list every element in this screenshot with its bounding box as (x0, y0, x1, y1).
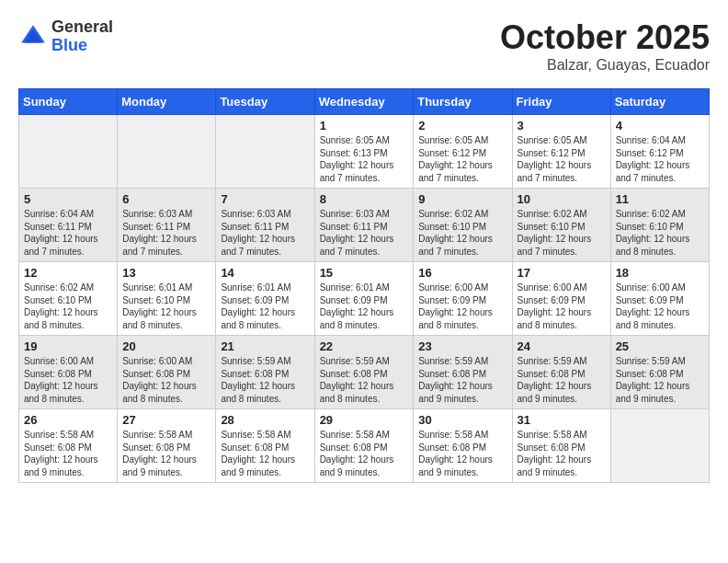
day-number: 22 (320, 339, 409, 353)
calendar-cell: 3Sunrise: 6:05 AM Sunset: 6:12 PM Daylig… (512, 115, 610, 189)
day-number: 15 (320, 266, 409, 280)
calendar-cell: 21Sunrise: 5:59 AM Sunset: 6:08 PM Dayli… (216, 336, 314, 409)
col-header-thursday: Thursday (414, 89, 512, 115)
day-info: Sunrise: 6:00 AM Sunset: 6:09 PM Dayligh… (518, 282, 606, 331)
day-number: 28 (221, 413, 309, 427)
day-number: 26 (24, 413, 112, 427)
calendar-cell (610, 409, 709, 483)
day-number: 29 (320, 413, 409, 427)
day-info: Sunrise: 6:01 AM Sunset: 6:09 PM Dayligh… (320, 282, 409, 331)
day-number: 13 (122, 266, 210, 280)
calendar-cell: 8Sunrise: 6:03 AM Sunset: 6:11 PM Daylig… (314, 189, 414, 262)
day-number: 23 (418, 339, 506, 353)
calendar-header-row: SundayMondayTuesdayWednesdayThursdayFrid… (19, 89, 710, 115)
calendar-cell: 19Sunrise: 6:00 AM Sunset: 6:08 PM Dayli… (19, 336, 118, 409)
calendar-cell: 5Sunrise: 6:04 AM Sunset: 6:11 PM Daylig… (19, 189, 118, 262)
day-info: Sunrise: 6:01 AM Sunset: 6:09 PM Dayligh… (221, 282, 309, 331)
day-info: Sunrise: 5:58 AM Sunset: 6:08 PM Dayligh… (24, 429, 112, 478)
day-number: 20 (122, 339, 210, 353)
day-info: Sunrise: 6:03 AM Sunset: 6:11 PM Dayligh… (221, 208, 309, 258)
day-info: Sunrise: 5:58 AM Sunset: 6:08 PM Dayligh… (320, 429, 409, 478)
logo-icon (18, 22, 48, 52)
calendar-cell: 22Sunrise: 5:59 AM Sunset: 6:08 PM Dayli… (314, 336, 414, 409)
logo-blue: Blue (51, 37, 113, 55)
day-info: Sunrise: 6:00 AM Sunset: 6:09 PM Dayligh… (616, 282, 704, 331)
day-info: Sunrise: 5:59 AM Sunset: 6:08 PM Dayligh… (320, 355, 409, 405)
day-info: Sunrise: 6:00 AM Sunset: 6:08 PM Dayligh… (122, 355, 210, 405)
calendar-cell: 27Sunrise: 5:58 AM Sunset: 6:08 PM Dayli… (118, 409, 216, 483)
day-number: 27 (122, 413, 210, 427)
week-row-4: 19Sunrise: 6:00 AM Sunset: 6:08 PM Dayli… (19, 336, 710, 409)
day-number: 31 (518, 413, 606, 427)
week-row-3: 12Sunrise: 6:02 AM Sunset: 6:10 PM Dayli… (19, 262, 710, 336)
calendar-cell: 26Sunrise: 5:58 AM Sunset: 6:08 PM Dayli… (19, 409, 118, 483)
day-number: 9 (418, 192, 506, 206)
day-info: Sunrise: 6:05 AM Sunset: 6:12 PM Dayligh… (418, 134, 506, 184)
calendar-cell: 4Sunrise: 6:04 AM Sunset: 6:12 PM Daylig… (610, 115, 709, 189)
day-info: Sunrise: 5:59 AM Sunset: 6:08 PM Dayligh… (221, 355, 309, 405)
day-number: 11 (616, 192, 704, 206)
calendar-cell: 20Sunrise: 6:00 AM Sunset: 6:08 PM Dayli… (118, 336, 216, 409)
day-info: Sunrise: 6:00 AM Sunset: 6:09 PM Dayligh… (418, 282, 506, 331)
week-row-5: 26Sunrise: 5:58 AM Sunset: 6:08 PM Dayli… (19, 409, 710, 483)
calendar-cell: 17Sunrise: 6:00 AM Sunset: 6:09 PM Dayli… (512, 262, 610, 336)
day-info: Sunrise: 5:58 AM Sunset: 6:08 PM Dayligh… (518, 429, 606, 478)
logo-general: General (51, 18, 113, 37)
day-info: Sunrise: 5:59 AM Sunset: 6:08 PM Dayligh… (418, 355, 506, 405)
calendar-cell: 11Sunrise: 6:02 AM Sunset: 6:10 PM Dayli… (610, 189, 709, 262)
calendar-cell: 23Sunrise: 5:59 AM Sunset: 6:08 PM Dayli… (414, 336, 512, 409)
page-header: General Blue October 2025 Balzar, Guayas… (18, 18, 710, 74)
day-number: 7 (221, 192, 309, 206)
day-info: Sunrise: 6:05 AM Sunset: 6:13 PM Dayligh… (320, 134, 409, 184)
day-number: 25 (616, 339, 704, 353)
day-info: Sunrise: 5:58 AM Sunset: 6:08 PM Dayligh… (418, 429, 506, 478)
calendar-cell: 16Sunrise: 6:00 AM Sunset: 6:09 PM Dayli… (414, 262, 512, 336)
day-number: 2 (418, 119, 506, 132)
calendar-cell: 6Sunrise: 6:03 AM Sunset: 6:11 PM Daylig… (118, 189, 216, 262)
day-info: Sunrise: 6:01 AM Sunset: 6:10 PM Dayligh… (122, 282, 210, 331)
day-info: Sunrise: 6:03 AM Sunset: 6:11 PM Dayligh… (320, 208, 409, 258)
week-row-1: 1Sunrise: 6:05 AM Sunset: 6:13 PM Daylig… (19, 115, 710, 189)
day-info: Sunrise: 6:04 AM Sunset: 6:12 PM Dayligh… (616, 134, 704, 184)
day-number: 24 (518, 339, 606, 353)
logo-text: General Blue (51, 18, 113, 55)
day-number: 17 (518, 266, 606, 280)
calendar-cell: 7Sunrise: 6:03 AM Sunset: 6:11 PM Daylig… (216, 189, 314, 262)
day-info: Sunrise: 5:59 AM Sunset: 6:08 PM Dayligh… (616, 355, 704, 405)
calendar-cell: 29Sunrise: 5:58 AM Sunset: 6:08 PM Dayli… (314, 409, 414, 483)
calendar-cell: 30Sunrise: 5:58 AM Sunset: 6:08 PM Dayli… (414, 409, 512, 483)
calendar-cell (216, 115, 314, 189)
day-info: Sunrise: 6:05 AM Sunset: 6:12 PM Dayligh… (518, 134, 606, 184)
day-number: 30 (418, 413, 506, 427)
col-header-tuesday: Tuesday (216, 89, 314, 115)
day-info: Sunrise: 6:02 AM Sunset: 6:10 PM Dayligh… (518, 208, 606, 258)
calendar-cell: 2Sunrise: 6:05 AM Sunset: 6:12 PM Daylig… (414, 115, 512, 189)
calendar-cell (19, 115, 118, 189)
calendar-cell: 10Sunrise: 6:02 AM Sunset: 6:10 PM Dayli… (512, 189, 610, 262)
calendar-cell: 14Sunrise: 6:01 AM Sunset: 6:09 PM Dayli… (216, 262, 314, 336)
day-number: 10 (518, 192, 606, 206)
day-number: 4 (616, 119, 704, 132)
day-info: Sunrise: 6:04 AM Sunset: 6:11 PM Dayligh… (24, 208, 112, 258)
col-header-friday: Friday (512, 89, 610, 115)
col-header-saturday: Saturday (610, 89, 709, 115)
location: Balzar, Guayas, Ecuador (500, 57, 710, 74)
day-info: Sunrise: 6:00 AM Sunset: 6:08 PM Dayligh… (24, 355, 112, 405)
day-number: 19 (24, 339, 112, 353)
day-number: 3 (518, 119, 606, 132)
day-info: Sunrise: 5:58 AM Sunset: 6:08 PM Dayligh… (221, 429, 309, 478)
day-info: Sunrise: 5:58 AM Sunset: 6:08 PM Dayligh… (122, 429, 210, 478)
calendar-cell: 18Sunrise: 6:00 AM Sunset: 6:09 PM Dayli… (610, 262, 709, 336)
calendar-cell: 13Sunrise: 6:01 AM Sunset: 6:10 PM Dayli… (118, 262, 216, 336)
calendar-cell: 15Sunrise: 6:01 AM Sunset: 6:09 PM Dayli… (314, 262, 414, 336)
calendar-cell: 24Sunrise: 5:59 AM Sunset: 6:08 PM Dayli… (512, 336, 610, 409)
calendar-cell: 12Sunrise: 6:02 AM Sunset: 6:10 PM Dayli… (19, 262, 118, 336)
calendar-cell: 25Sunrise: 5:59 AM Sunset: 6:08 PM Dayli… (610, 336, 709, 409)
calendar: SundayMondayTuesdayWednesdayThursdayFrid… (18, 88, 710, 483)
day-number: 5 (24, 192, 112, 206)
day-info: Sunrise: 6:02 AM Sunset: 6:10 PM Dayligh… (616, 208, 704, 258)
day-info: Sunrise: 6:02 AM Sunset: 6:10 PM Dayligh… (418, 208, 506, 258)
day-number: 6 (122, 192, 210, 206)
day-info: Sunrise: 6:03 AM Sunset: 6:11 PM Dayligh… (122, 208, 210, 258)
title-block: October 2025 Balzar, Guayas, Ecuador (500, 18, 710, 74)
